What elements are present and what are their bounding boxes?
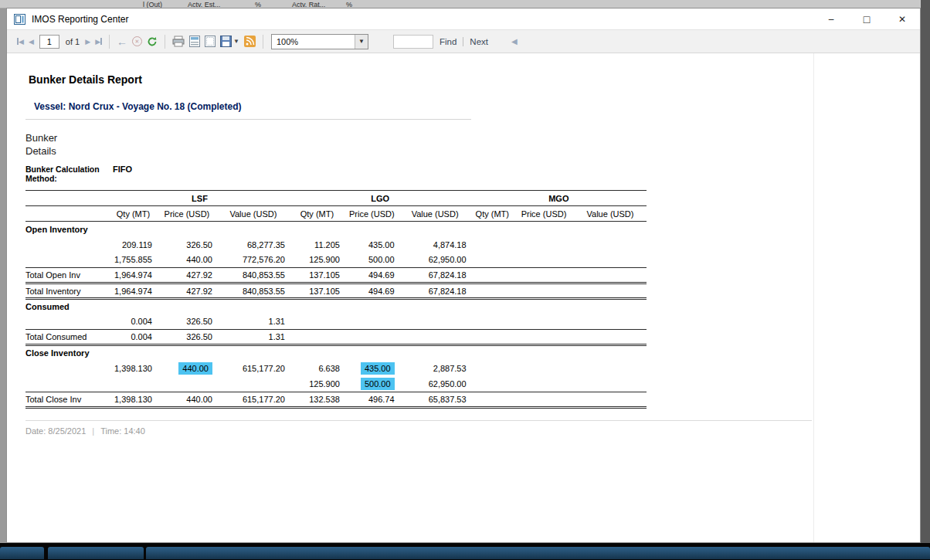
page-count-label: of 1 <box>66 37 80 46</box>
data-feed-button[interactable] <box>243 34 257 49</box>
table-cell <box>345 345 399 361</box>
table-cell: 326.50 <box>157 237 217 253</box>
table-cell <box>471 392 514 407</box>
export-dropdown-icon: ▼ <box>233 38 239 45</box>
close-button[interactable]: ✕ <box>884 8 920 29</box>
next-page-button[interactable]: ▶ <box>83 34 92 49</box>
table-cell <box>471 345 514 361</box>
table-cell: 62,950.00 <box>399 376 471 392</box>
table-cell <box>514 376 574 392</box>
table-cell: 67,824.18 <box>399 283 471 299</box>
save-icon <box>220 36 232 47</box>
back-arrow-icon: ← <box>117 36 127 48</box>
table-cell <box>157 299 217 314</box>
table-row: Open Inventory <box>25 222 647 237</box>
table-row: Total Close Inv1,398.130440.00615,177.20… <box>25 392 647 407</box>
table-cell <box>514 283 574 299</box>
table-cell: 125.900 <box>290 376 345 392</box>
table-cell <box>217 222 290 237</box>
bunker-details-table: LSFLGOMGOQty (MT)Price (USD)Value (USD)Q… <box>25 190 647 409</box>
table-cell: 65,837.53 <box>399 392 471 407</box>
stop-button[interactable]: ✕ <box>131 34 144 49</box>
window-title: IMOS Reporting Center <box>32 14 128 25</box>
row-label-header <box>25 206 110 222</box>
desktop-background: l (Out)Actv. Est...%Actv. Rat...% IMOS R… <box>0 0 930 560</box>
page-setup-icon <box>205 36 216 47</box>
find-separator <box>463 37 463 46</box>
last-page-button[interactable]: ▶ <box>93 34 104 49</box>
zoom-select[interactable]: 100% ▼ <box>271 34 368 49</box>
table-row: 209.119326.5068,277.3511.205435.004,874.… <box>25 237 647 253</box>
table-cell <box>574 253 647 268</box>
table-cell <box>217 345 290 361</box>
export-button[interactable]: ▼ <box>219 34 241 49</box>
table-cell <box>574 392 647 407</box>
page-setup-button[interactable] <box>203 34 217 49</box>
find-next-button[interactable]: Next <box>470 37 488 46</box>
table-cell <box>399 299 471 314</box>
find-input[interactable] <box>393 35 433 49</box>
table-cell: 840,853.55 <box>217 268 290 283</box>
column-header: Qty (MT) <box>290 206 345 222</box>
table-cell <box>217 376 290 392</box>
table-cell: 68,277.35 <box>217 237 290 253</box>
row-label-cell <box>25 253 110 268</box>
table-cell: 1,398.130 <box>110 392 157 407</box>
row-label-cell <box>25 314 110 330</box>
find-button[interactable]: Find <box>440 37 457 46</box>
panel-collapse-icon[interactable]: ◀ <box>511 37 518 46</box>
table-cell <box>514 392 574 407</box>
table-row: 0.004326.501.31 <box>25 314 647 330</box>
minimize-button[interactable]: – <box>813 8 849 29</box>
footer-time: Time: 14:40 <box>100 426 145 436</box>
table-cell <box>471 222 514 237</box>
table-cell <box>574 376 647 392</box>
table-cell: 615,177.20 <box>217 392 290 407</box>
first-page-button[interactable]: ◀ <box>15 34 25 49</box>
table-cell <box>471 268 514 283</box>
highlighted-value: 440.00 <box>178 362 212 375</box>
table-cell <box>574 237 647 253</box>
table-cell <box>574 314 647 330</box>
back-button[interactable]: ← <box>115 34 129 49</box>
print-button[interactable] <box>171 34 186 49</box>
column-group-header: MGO <box>471 191 647 206</box>
row-label-cell: Consumed <box>25 299 110 314</box>
report-footer: Date: 8/25/2021|Time: 14:40 <box>25 420 812 436</box>
table-cell <box>574 283 647 299</box>
table-row: Consumed <box>25 299 647 314</box>
report-viewer-area: Bunker Details Report Vessel: Nord Crux … <box>7 53 920 542</box>
column-header: Price (USD) <box>345 206 399 222</box>
column-header: Price (USD) <box>514 206 574 222</box>
row-label-cell: Total Consumed <box>25 330 110 345</box>
data-feed-icon <box>244 36 256 47</box>
table-cell <box>574 361 647 376</box>
table-cell <box>574 299 647 314</box>
row-label-cell: Total Inventory <box>25 283 110 299</box>
refresh-button[interactable] <box>145 34 159 49</box>
table-cell <box>514 314 574 330</box>
table-cell: 840,853.55 <box>217 283 290 299</box>
table-cell <box>514 253 574 268</box>
section-label: Bunker Details <box>25 131 813 158</box>
previous-page-button[interactable]: ◀ <box>27 34 36 49</box>
taskbar-segment <box>146 547 930 559</box>
table-cell: 4,874.18 <box>399 237 471 253</box>
table-cell <box>217 299 290 314</box>
table-cell <box>471 361 514 376</box>
table-cell <box>290 330 345 345</box>
taskbar-segment <box>48 547 144 559</box>
maximize-button[interactable]: □ <box>849 8 884 29</box>
footer-date: Date: 8/25/2021 <box>25 426 86 436</box>
table-cell <box>471 330 514 345</box>
table-cell <box>574 345 647 361</box>
table-cell <box>290 299 345 314</box>
table-cell: 0.004 <box>110 314 157 330</box>
print-layout-button[interactable] <box>188 34 202 49</box>
table-cell <box>514 222 574 237</box>
page-number-input[interactable] <box>39 35 59 49</box>
table-cell: 11.205 <box>290 237 345 253</box>
table-cell: 427.92 <box>157 268 217 283</box>
table-cell <box>514 345 574 361</box>
table-row: 125.900500.0062,950.00 <box>25 376 647 392</box>
